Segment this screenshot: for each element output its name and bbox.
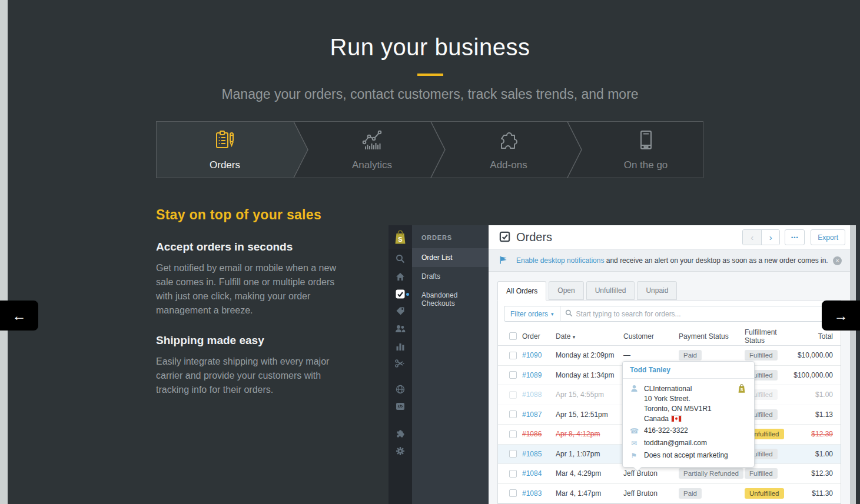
orders-clipboard-icon [213, 128, 237, 154]
payment-status-badge: Paid [679, 488, 745, 499]
online-store-globe-icon[interactable] [389, 382, 412, 396]
order-number-link[interactable]: #1087 [522, 410, 556, 419]
order-customer[interactable]: Jeff Bruton [623, 489, 679, 498]
settings-gear-icon[interactable] [389, 444, 412, 458]
search-icon[interactable] [389, 252, 412, 266]
tab-unfulfilled[interactable]: Unfulfilled [586, 281, 635, 300]
customer-address1: 10 York Street. [644, 395, 690, 403]
orders-icon[interactable] [389, 287, 412, 301]
customer-address-row: CLInternational 10 York Street. Toronto,… [630, 384, 747, 424]
sort-caret-icon: ▾ [573, 334, 576, 340]
phone-icon: ☎ [630, 426, 638, 436]
home-icon[interactable] [389, 269, 412, 283]
column-total[interactable]: Total [779, 332, 833, 341]
shopify-logo[interactable]: S [389, 225, 412, 249]
tab-on-the-go-label: On the go [624, 159, 668, 171]
customer-address2: Toronto, ON M5V1R1 [644, 405, 712, 413]
page-subtitle: Manage your orders, contact customers, t… [0, 86, 860, 102]
customers-icon[interactable] [389, 322, 412, 336]
discounts-scissors-icon[interactable] [389, 356, 412, 371]
more-actions-button[interactable]: ••• [785, 229, 805, 245]
next-page-button[interactable]: › [761, 230, 779, 245]
admin-sidebar-rail: S [389, 225, 412, 504]
tab-on-the-go[interactable]: On the go [577, 122, 714, 178]
close-icon[interactable]: ✕ [833, 256, 842, 265]
column-fulfillment-status[interactable]: Fulfillment Status [745, 328, 779, 345]
enable-notifications-link[interactable]: Enable desktop notifications [516, 256, 604, 265]
row-checkbox[interactable] [509, 410, 517, 418]
row-checkbox[interactable] [509, 470, 517, 478]
order-number-link[interactable]: #1090 [522, 351, 556, 359]
email-icon: ✉ [630, 438, 638, 449]
nav-item-abandoned-checkouts[interactable]: Abandoned Checkouts [412, 286, 489, 313]
tab-analytics[interactable]: Analytics [304, 122, 440, 178]
order-customer[interactable]: Jeff Bruton [623, 469, 679, 478]
products-tag-icon[interactable] [389, 304, 412, 318]
order-total: $1.00 [779, 390, 833, 399]
apps-puzzle-icon[interactable] [389, 426, 412, 440]
puzzle-icon [497, 128, 520, 154]
order-date: Monday at 2:09pm [556, 351, 623, 359]
row-checkbox[interactable] [509, 371, 517, 379]
tab-unpaid[interactable]: Unpaid [637, 281, 677, 300]
order-row[interactable]: #1083 Mar 4, 1:47pm Jeff Bruton Paid Unf… [498, 484, 841, 504]
order-total: $12.30 [779, 469, 833, 478]
order-number-link[interactable]: #1089 [522, 371, 556, 379]
marketing-flag-icon: ⚑ [630, 450, 638, 461]
order-number-link[interactable]: #1086 [522, 430, 556, 438]
row-checkbox[interactable] [509, 489, 517, 497]
customer-name-link[interactable]: Todd Tanley [623, 362, 754, 379]
reports-chart-icon[interactable] [389, 339, 412, 353]
order-total: $1.13 [779, 410, 833, 419]
tab-all-orders[interactable]: All Orders [497, 281, 546, 301]
order-number-link[interactable]: #1083 [522, 489, 556, 498]
nav-item-order-list[interactable]: Order List [412, 248, 489, 267]
nav-item-drafts[interactable]: Drafts [412, 267, 489, 286]
orders-nav-header: ORDERS [412, 225, 489, 248]
order-date: Apr 15, 4:55pm [556, 390, 623, 399]
notification-bar: Enable desktop notifications and receive… [489, 250, 850, 272]
row-checkbox[interactable] [509, 391, 517, 399]
search-input[interactable] [576, 310, 829, 318]
order-total: $100,000.00 [779, 371, 833, 379]
carousel-prev-button[interactable]: ← [0, 301, 38, 331]
order-number-link[interactable]: #1088 [522, 390, 556, 399]
customer-phone: 416-322-3322 [644, 426, 688, 436]
carousel-next-button[interactable]: → [822, 301, 860, 331]
select-all-checkbox[interactable] [509, 332, 517, 340]
filter-orders-button[interactable]: Filter orders ▾ [504, 306, 560, 322]
order-customer[interactable]: — [623, 351, 679, 359]
tab-open[interactable]: Open [549, 281, 583, 300]
code-editor-icon[interactable] [389, 399, 412, 413]
orders-filter-tabs: All Orders Open Unfulfilled Unpaid [497, 281, 841, 300]
order-number-link[interactable]: #1085 [522, 450, 556, 458]
payment-status-badge: Paid [679, 350, 745, 361]
order-date: Mar 4, 1:47pm [556, 489, 623, 498]
order-date: Apr 8, 4:12pm [556, 430, 623, 438]
prev-page-button[interactable]: ‹ [743, 230, 761, 245]
page-title: Run your business [0, 34, 860, 61]
svg-text:S: S [398, 236, 402, 243]
row-checkbox[interactable] [509, 450, 517, 458]
tab-add-ons[interactable]: Add-ons [440, 122, 577, 178]
column-customer[interactable]: Customer [623, 332, 679, 341]
row-checkbox[interactable] [509, 352, 517, 359]
order-number-link[interactable]: #1084 [522, 469, 556, 478]
export-button[interactable]: Export [811, 229, 845, 245]
notification-text: Enable desktop notifications and receive… [516, 256, 833, 265]
order-date: Apr 1, 1:07pm [556, 450, 623, 458]
column-date[interactable]: Date ▾ [556, 332, 623, 341]
page: Run your business Manage your orders, co… [0, 0, 860, 504]
customer-company: CLInternational [644, 385, 692, 393]
person-icon [630, 384, 638, 424]
row-checkbox[interactable] [509, 430, 517, 438]
flag-icon [499, 255, 508, 266]
column-order[interactable]: Order [522, 332, 556, 341]
analytics-chart-icon [359, 128, 385, 154]
orders-table-header: Order Date ▾ Customer Payment Status Ful… [498, 327, 841, 346]
order-total: $1.00 [779, 450, 833, 458]
column-payment-status[interactable]: Payment Status [679, 332, 745, 341]
tab-orders[interactable]: Orders [157, 122, 293, 178]
tab-analytics-label: Analytics [352, 159, 392, 171]
fulfillment-status-badge: Fulfilled [745, 468, 779, 479]
